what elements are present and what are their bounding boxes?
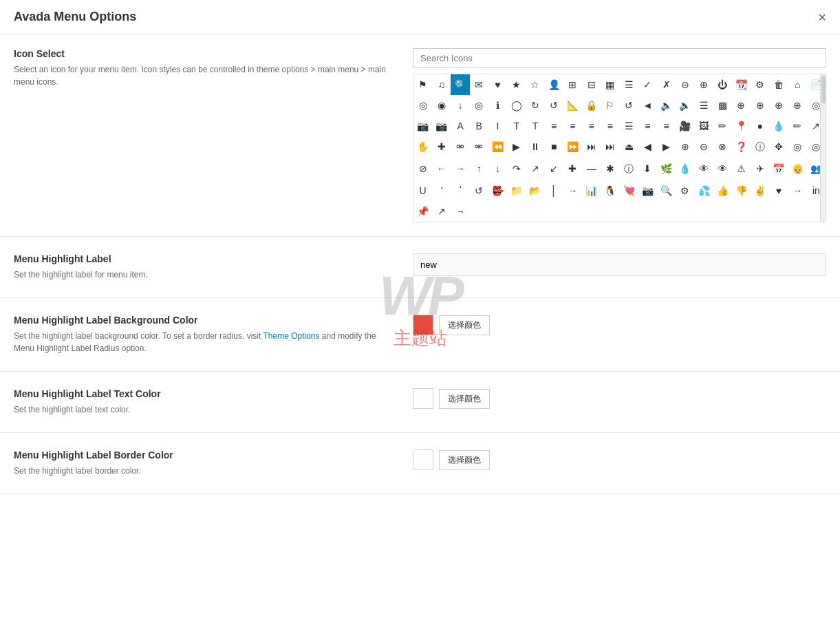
icon-cell[interactable]: ↺: [619, 95, 638, 116]
border-color-choose-button[interactable]: 选择颜色: [439, 450, 490, 470]
icon-cell[interactable]: U: [413, 180, 432, 201]
icon-cell[interactable]: ✉: [470, 74, 488, 95]
icon-cell[interactable]: ⊕: [732, 95, 751, 116]
icon-cell[interactable]: ⚮: [451, 136, 469, 157]
icon-cell[interactable]: ⚙: [751, 74, 769, 95]
icon-cell[interactable]: 📌: [413, 201, 432, 222]
icon-cell[interactable]: 🔒: [582, 95, 601, 116]
icon-cell[interactable]: ✓: [638, 74, 657, 95]
icon-cell[interactable]: ◎: [413, 95, 432, 116]
icon-cell[interactable]: 📷: [413, 116, 432, 136]
icon-cell[interactable]: T: [507, 116, 526, 136]
icon-cell[interactable]: B: [470, 116, 488, 136]
icon-cell[interactable]: ⊕: [676, 136, 694, 157]
icon-cell[interactable]: 👤: [545, 74, 563, 95]
icon-cell[interactable]: ✏: [713, 116, 732, 136]
icon-cell[interactable]: 🗑: [769, 74, 788, 95]
icon-cell[interactable]: 💧: [676, 158, 694, 179]
icon-cell[interactable]: ♫: [432, 74, 451, 95]
icon-cell[interactable]: ★: [507, 74, 526, 95]
icon-cell[interactable]: 🖼: [694, 116, 713, 136]
icon-cell[interactable]: ◎: [788, 136, 807, 157]
icon-cell[interactable]: ⊟: [582, 74, 601, 95]
icon-cell[interactable]: ≡: [638, 116, 657, 136]
icon-cell[interactable]: ↗: [526, 158, 544, 179]
icon-cell[interactable]: ◀: [638, 136, 657, 157]
icon-cell[interactable]: ✗: [657, 74, 676, 95]
icon-cell[interactable]: ▦: [601, 74, 619, 95]
icon-cell[interactable]: ⚮: [470, 136, 488, 157]
icon-cell[interactable]: →: [788, 180, 807, 201]
icon-cell[interactable]: ↗: [432, 201, 451, 222]
icon-cell[interactable]: ▩: [713, 95, 732, 116]
icon-cell[interactable]: ⏭: [582, 136, 601, 157]
icon-cell[interactable]: ⏩: [563, 136, 582, 157]
icon-cell[interactable]: 📐: [563, 95, 582, 116]
icon-cell[interactable]: A: [451, 116, 469, 136]
icon-cell[interactable]: ☰: [619, 74, 638, 95]
icon-cell[interactable]: 👁: [694, 158, 713, 179]
icon-cell[interactable]: 📷: [432, 116, 451, 136]
icon-cell[interactable]: ■: [545, 136, 563, 157]
icon-cell[interactable]: ⊕: [788, 95, 807, 116]
icon-cell[interactable]: 💘: [619, 180, 638, 201]
icon-cell[interactable]: ↷: [507, 158, 526, 179]
icon-cell[interactable]: 👺: [488, 180, 507, 201]
icon-cell[interactable]: 🌿: [657, 158, 676, 179]
icon-cell[interactable]: ⊖: [676, 74, 694, 95]
icon-cell[interactable]: ✥: [769, 136, 788, 157]
icon-cell[interactable]: ʼ: [432, 180, 451, 201]
icon-cell[interactable]: ✏: [788, 116, 807, 136]
icon-cell[interactable]: ⚑: [413, 74, 432, 95]
icon-cell[interactable]: ✱: [601, 158, 619, 179]
icon-cell[interactable]: ◉: [432, 95, 451, 116]
icon-cell[interactable]: ≡: [601, 116, 619, 136]
icon-cell[interactable]: 👍: [713, 180, 732, 201]
icon-cell[interactable]: 💧: [769, 116, 788, 136]
icon-cell[interactable]: 👴: [788, 158, 807, 179]
icon-cell[interactable]: ←: [432, 158, 451, 179]
icon-cell[interactable]: ♥: [769, 180, 788, 201]
icon-cell[interactable]: ✚: [563, 158, 582, 179]
bg-color-swatch[interactable]: [413, 315, 433, 335]
icon-cell[interactable]: ✌: [751, 180, 769, 201]
highlight-label-input[interactable]: [413, 253, 826, 276]
scrollbar[interactable]: [820, 74, 826, 222]
theme-options-link[interactable]: Theme Options: [263, 331, 319, 341]
icon-cell[interactable]: ♥: [488, 74, 507, 95]
icon-cell[interactable]: 📊: [582, 180, 601, 201]
icon-cell[interactable]: 🎥: [676, 116, 694, 136]
icon-cell[interactable]: ↑: [470, 158, 488, 179]
icon-cell[interactable]: 📍: [732, 116, 751, 136]
icon-cell[interactable]: 👁: [713, 158, 732, 179]
icon-cell[interactable]: 📂: [526, 180, 544, 201]
icon-cell[interactable]: T: [526, 116, 544, 136]
search-icons-input[interactable]: [413, 48, 826, 68]
icon-cell[interactable]: ⚐: [601, 95, 619, 116]
icon-cell[interactable]: ❓: [732, 136, 751, 157]
icon-cell[interactable]: ≡: [545, 116, 563, 136]
text-color-swatch[interactable]: [413, 388, 433, 409]
icon-cell[interactable]: —: [582, 158, 601, 179]
icon-cell[interactable]: ⊕: [694, 74, 713, 95]
icon-cell[interactable]: ↓: [488, 158, 507, 179]
icon-cell[interactable]: ⚙: [676, 180, 694, 201]
icon-cell[interactable]: │: [545, 180, 563, 201]
icon-cell[interactable]: ↺: [470, 180, 488, 201]
icon-cell[interactable]: 🔈: [657, 95, 676, 116]
icon-cell[interactable]: ✋: [413, 136, 432, 157]
icon-cell[interactable]: ⏪: [488, 136, 507, 157]
icon-cell[interactable]: ⊕: [769, 95, 788, 116]
icon-cell[interactable]: ⊗: [713, 136, 732, 157]
icon-cell[interactable]: 🔍: [657, 180, 676, 201]
icon-cell[interactable]: ʽ: [451, 180, 469, 201]
icon-cell[interactable]: 📁: [507, 180, 526, 201]
icon-cell[interactable]: ↓: [451, 95, 469, 116]
icon-cell[interactable]: ✈: [751, 158, 769, 179]
icon-cell[interactable]: ▶: [657, 136, 676, 157]
icon-cell[interactable]: ≡: [563, 116, 582, 136]
icon-cell[interactable]: →: [451, 201, 469, 222]
icon-cell[interactable]: ☰: [694, 95, 713, 116]
icon-cell[interactable]: ⏭: [601, 136, 619, 157]
icon-cell[interactable]: ↺: [545, 95, 563, 116]
